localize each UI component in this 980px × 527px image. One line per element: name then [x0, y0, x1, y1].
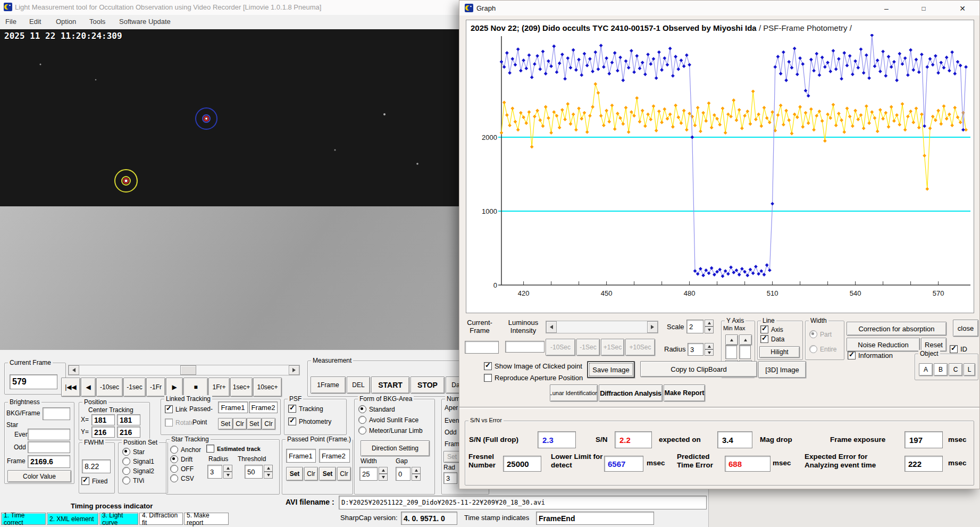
spin-up-icon[interactable]	[705, 320, 714, 327]
spin-up-icon[interactable]	[379, 467, 388, 474]
psf-tracking-checkbox[interactable]: Tracking	[288, 405, 323, 413]
fwhm-value[interactable]: 8.22	[82, 459, 111, 473]
graph-titlebar[interactable]: Graph	[459, 1, 979, 15]
radio-signal1[interactable]: Signal1	[122, 457, 154, 465]
object-c-button[interactable]: C	[949, 363, 962, 376]
fresnel-number-value[interactable]: 25000	[503, 456, 541, 472]
tracking-radius-input[interactable]: 3	[207, 465, 222, 479]
pos-x-tracking[interactable]: 181	[117, 414, 140, 425]
graph-radius-input[interactable]: 3	[688, 343, 703, 356]
linked-clr1-button[interactable]: Clr	[233, 418, 247, 430]
estimated-track-checkbox[interactable]: Estimated track	[206, 445, 261, 453]
radio-signal2[interactable]: Signal2	[122, 467, 154, 475]
noise-reduction-button[interactable]: Noise Reduction	[847, 338, 920, 352]
radio-csv[interactable]: CSV	[170, 474, 194, 482]
radio-tivi[interactable]: TIVi	[122, 476, 144, 484]
id-checkbox[interactable]: ID	[950, 345, 967, 353]
radius-spinner[interactable]	[223, 465, 232, 479]
lunar-identification-button[interactable]: Lunar Identification	[550, 384, 598, 401]
radio-off[interactable]: OFF	[170, 465, 194, 473]
linked-set2-button[interactable]: Set	[247, 418, 262, 430]
copy-clipboard-button[interactable]: Copy to ClipBoard	[640, 361, 757, 377]
rewind-start-button[interactable]: |◀◀	[61, 378, 80, 397]
step-back-button[interactable]: ◀	[81, 378, 96, 397]
make-report-button[interactable]: Make Report	[664, 384, 705, 401]
measure-1frame-button[interactable]: 1Frame	[311, 377, 346, 394]
luminous-intensity-input[interactable]	[505, 341, 545, 353]
frame-exposure-value[interactable]: 197	[904, 431, 943, 448]
timing-step-3[interactable]: 3. Light curve	[99, 513, 138, 525]
object-b-button[interactable]: B	[934, 363, 948, 376]
menu-option[interactable]: Option	[56, 18, 76, 26]
ymax-up-button[interactable]	[739, 334, 752, 345]
reproduce-aperture-checkbox[interactable]: Reproduce Aperture Position	[484, 374, 583, 382]
plus-1sec-button[interactable]: 1sec+	[230, 378, 253, 397]
spin-down-icon[interactable]	[223, 472, 232, 479]
linked-frame1-box[interactable]: Frame1	[218, 401, 248, 413]
scroll-right-icon[interactable]	[289, 365, 299, 375]
spin-down-icon[interactable]	[264, 472, 273, 479]
target-star-aperture[interactable]	[115, 170, 137, 192]
linked-set1-button[interactable]: Set	[218, 418, 233, 430]
graph-current-frame-input[interactable]	[465, 341, 499, 354]
light-curve-chart[interactable]: 2025 Nov 22; (209) Dido occults TYC 2410…	[466, 20, 974, 313]
minus-10sec-graph-button[interactable]: -10Sec	[546, 339, 575, 356]
spin-up-icon[interactable]	[412, 467, 421, 474]
passed-frame1-input[interactable]: Frame1	[286, 449, 316, 463]
plus-1sec-graph-button[interactable]: +1Sec	[601, 339, 624, 356]
timing-step-5[interactable]: 5. Make report	[184, 513, 229, 525]
link-checkbox[interactable]: Link	[165, 405, 187, 413]
radio-avoid-sunlit[interactable]: Avoid Sunlit Face	[358, 416, 418, 424]
graph-scrollbar[interactable]	[546, 321, 658, 333]
spin-down-icon[interactable]	[705, 327, 714, 333]
information-checkbox[interactable]: Information	[848, 352, 893, 359]
play-button[interactable]: ▶	[166, 378, 183, 397]
spin-down-icon[interactable]	[705, 349, 714, 356]
ymin-box[interactable]	[725, 345, 737, 359]
comparison-star-aperture[interactable]	[196, 108, 217, 129]
ymin-up-button[interactable]	[725, 334, 738, 345]
line-axis-checkbox[interactable]: Axis	[760, 325, 783, 333]
star-odd-input[interactable]	[28, 441, 70, 453]
menu-software-update[interactable]: Software Update	[119, 18, 171, 26]
save-image-button[interactable]: Save Image	[587, 361, 635, 378]
start-measure-button[interactable]: START	[371, 377, 409, 394]
maximize-icon[interactable]: □	[909, 1, 938, 16]
rad-input[interactable]: 3	[443, 472, 457, 484]
scale-input[interactable]: 2	[686, 320, 703, 333]
object-l-button[interactable]: L	[964, 363, 975, 376]
radio-standard[interactable]: Standard	[358, 405, 395, 413]
close-window-icon[interactable]: ✕	[947, 1, 978, 16]
graph-radius-spinner[interactable]	[705, 343, 714, 356]
passed-set1-button[interactable]: Set	[286, 467, 303, 481]
minimize-icon[interactable]: –	[872, 1, 901, 16]
object-a-button[interactable]: A	[919, 363, 933, 376]
radio-meteor-limb[interactable]: Meteor/Lunar Limb	[358, 426, 423, 434]
timing-step-2[interactable]: 2. XML element	[47, 513, 98, 525]
menu-file[interactable]: File	[5, 18, 16, 26]
diffraction-analysis-button[interactable]: Diffraction Analysis	[599, 384, 663, 401]
star-even-input[interactable]	[28, 429, 70, 440]
scrollbar-thumb[interactable]	[180, 365, 196, 375]
expected-error-value[interactable]: 222	[904, 456, 943, 472]
sn-full-drop-value[interactable]: 2.3	[538, 431, 576, 448]
lower-limit-value[interactable]: 6567	[604, 456, 643, 472]
plus-10sec-graph-button[interactable]: +10Sec	[625, 339, 655, 356]
scroll-right-icon[interactable]	[647, 321, 658, 333]
bkg-gap-spinner[interactable]	[412, 467, 421, 481]
threshold-input[interactable]: 50	[245, 465, 263, 479]
frame-brightness-value[interactable]: 2169.6	[28, 455, 70, 468]
passed-clr2-button[interactable]: Clr	[337, 467, 351, 481]
light-curve-plot[interactable]: 420450480510540570010002000	[466, 34, 974, 303]
scroll-left-icon[interactable]	[69, 365, 79, 375]
plus-1frame-button[interactable]: 1Fr+	[208, 378, 230, 397]
3d-image-button[interactable]: [3D] Image	[758, 361, 806, 378]
spin-up-icon[interactable]	[705, 343, 714, 349]
frame-scrollbar[interactable]	[68, 365, 300, 375]
passed-set2-button[interactable]: Set	[319, 467, 336, 481]
pos-x-center[interactable]: 181	[91, 414, 115, 425]
predicted-time-error-value[interactable]: 688	[725, 456, 770, 472]
bkg-frame-input[interactable]	[43, 407, 70, 420]
timestamp-indicates-value[interactable]: FrameEnd	[536, 512, 654, 525]
color-value-button[interactable]: Color Value	[7, 470, 71, 482]
